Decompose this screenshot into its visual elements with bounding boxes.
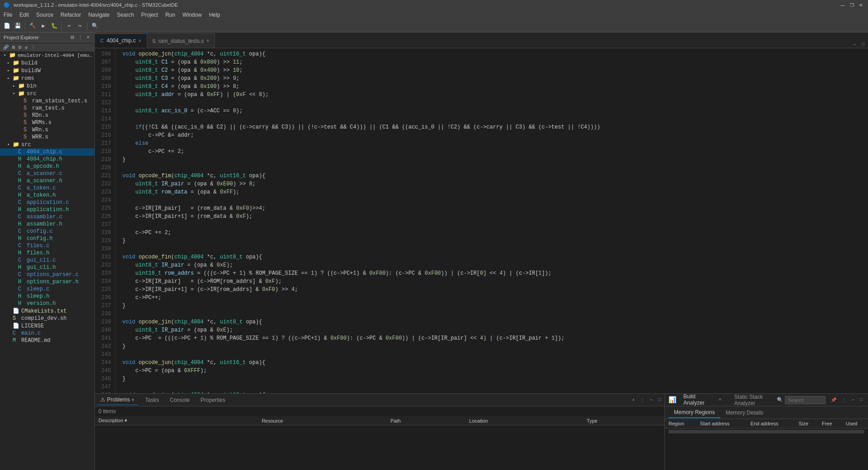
tree-license[interactable]: ▸ 📄 LICENSE xyxy=(0,322,94,330)
col-start-addr[interactable]: Start address xyxy=(696,419,747,429)
toolbar-redo-btn[interactable]: ↪ xyxy=(75,21,85,31)
menubar-item-run[interactable]: Run xyxy=(162,10,179,20)
pe-filter-btn[interactable]: ⊟ xyxy=(17,44,23,51)
tree-gui-cli-c[interactable]: ▸ C gui_cli.c xyxy=(0,257,94,264)
tree-4004chip-h[interactable]: ▸ H 4004_chip.h xyxy=(0,156,94,163)
panel-maximize-btn[interactable]: □ xyxy=(656,396,663,404)
tree-src[interactable]: ▾ 📁 src xyxy=(0,141,94,148)
code-editor[interactable]: void opcode_jcn(chip_4004 *c, uint16_t o… xyxy=(115,48,868,393)
tree-main-c[interactable]: ▸ C main.c xyxy=(0,330,94,337)
tab-action-maximize[interactable]: □ xyxy=(860,41,866,48)
tree-ram-test[interactable]: ▸ S ram_test.s xyxy=(0,105,94,112)
minimize-button[interactable]: — xyxy=(839,1,846,9)
col-free[interactable]: Free xyxy=(818,419,842,429)
toolbar-undo-btn[interactable]: ↩ xyxy=(64,21,74,31)
pe-collapse-btn[interactable]: ⊟ xyxy=(69,34,75,40)
tree-buildW[interactable]: ▸ 📁 buildW xyxy=(0,67,94,74)
menubar-item-search[interactable]: Search xyxy=(113,10,138,20)
ba-tab-memory-regions[interactable]: Memory Regions xyxy=(668,407,720,418)
tree-a-token-h[interactable]: ▸ H a_token.h xyxy=(0,192,94,199)
menubar-item-refactor[interactable]: Refactor xyxy=(57,10,84,20)
tree-readme[interactable]: ▸ M README.md xyxy=(0,337,94,344)
tree-sleep-h[interactable]: ▸ H sleep.h xyxy=(0,293,94,300)
col-location[interactable]: Location xyxy=(466,416,583,425)
tree-assambler-h[interactable]: ▸ H assambler.h xyxy=(0,221,94,228)
close-button[interactable]: ✕ xyxy=(857,1,864,9)
tree-a-scanner-h[interactable]: ▸ H a_scanner.h xyxy=(0,177,94,184)
menubar-item-source[interactable]: Source xyxy=(32,10,57,20)
pe-refresh-btn[interactable]: ↺ xyxy=(23,44,29,51)
menubar-item-help[interactable]: Help xyxy=(205,10,224,20)
tree-root[interactable]: ▾ 📁 emulator-Intel-4004 [emulator-Intel-… xyxy=(0,51,94,59)
menubar-item-navigate[interactable]: Navigate xyxy=(84,10,113,20)
col-end-addr[interactable]: End address xyxy=(747,419,795,429)
ba-close-btn[interactable]: × xyxy=(719,397,721,402)
tree-sleep-c[interactable]: ▸ C sleep.c xyxy=(0,286,94,293)
panel-action-btn-1[interactable]: ⬆ xyxy=(630,396,636,404)
tree-wrr[interactable]: ▸ S WRR.s xyxy=(0,134,94,141)
ba-maximize-btn[interactable]: □ xyxy=(858,396,864,404)
col-path[interactable]: Path xyxy=(387,416,466,425)
tree-rdn[interactable]: ▸ S RDn.s xyxy=(0,112,94,119)
menubar-item-edit[interactable]: Edit xyxy=(16,10,32,20)
menubar-item-project[interactable]: Project xyxy=(138,10,162,20)
tree-files-h[interactable]: ▸ H files.h xyxy=(0,249,94,257)
tree-a-token-c[interactable]: ▸ C a_token.c xyxy=(0,184,94,192)
ba-minimize-btn[interactable]: — xyxy=(850,396,856,404)
tree-config-h[interactable]: ▸ H config.h xyxy=(0,235,94,242)
pe-expand-btn[interactable]: ⊞ xyxy=(11,44,16,51)
toolbar-build-btn[interactable]: 🔨 xyxy=(28,21,37,31)
pe-link-btn[interactable]: 🔗 xyxy=(2,44,10,51)
tree-4004chip-c[interactable]: ▸ C 4004_chip.c xyxy=(0,148,94,156)
ba-ssa-label[interactable]: Static Stack Analyzer xyxy=(734,394,773,406)
col-region[interactable]: Region xyxy=(665,419,696,429)
pe-menu-btn[interactable]: ⋮ xyxy=(77,34,84,40)
tree-wrms[interactable]: ▸ S WRMs.s xyxy=(0,119,94,126)
menubar-item-window[interactable]: Window xyxy=(179,10,205,20)
tree-options-parser-c[interactable]: ▸ C options_parser.c xyxy=(0,271,94,278)
tree-wrn[interactable]: ▸ S WRn.s xyxy=(0,126,94,134)
pe-menu2-btn[interactable]: ⋮ xyxy=(30,44,37,51)
tab-properties[interactable]: Properties xyxy=(197,395,229,405)
col-used[interactable]: Used xyxy=(842,419,868,429)
ba-action-1[interactable]: 📌 xyxy=(829,396,838,404)
tree-ram-status[interactable]: ▸ S ram_status_test.s xyxy=(0,97,94,105)
problems-close-btn[interactable]: × xyxy=(132,397,135,402)
tree-build[interactable]: ▸ 📁 build xyxy=(0,59,94,67)
menubar-item-file[interactable]: File xyxy=(0,10,16,20)
tab-action-minimize[interactable]: — xyxy=(852,41,858,48)
ba-tab-memory-details[interactable]: Memory Details xyxy=(720,408,769,418)
tree-application-c[interactable]: ▸ C application.c xyxy=(0,199,94,206)
tree-src-roms[interactable]: ▾ 📁 src xyxy=(0,90,94,97)
tree-gui-cli-h[interactable]: ▸ H gui_cli.h xyxy=(0,264,94,271)
tree-application-h[interactable]: ▸ H application.h xyxy=(0,206,94,213)
restore-button[interactable]: ❐ xyxy=(848,1,855,9)
tree-bin[interactable]: ▸ 📁 bin xyxy=(0,82,94,90)
tree-cmakelists[interactable]: ▸ 📄 CMakeLists.txt xyxy=(0,307,94,315)
tab-close-btn[interactable]: × xyxy=(139,38,141,43)
tab-console[interactable]: Console xyxy=(166,395,193,405)
toolbar-search-btn[interactable]: 🔍 xyxy=(90,21,100,31)
toolbar-save-btn[interactable]: 💾 xyxy=(13,21,23,31)
tab-4004chip-c[interactable]: C 4004_chip.c × xyxy=(95,33,147,48)
tree-options-parser-h[interactable]: ▸ H options_parser.h xyxy=(0,278,94,286)
tab-ram-status[interactable]: S ram_status_tests.s × xyxy=(147,33,215,48)
tree-config-c[interactable]: ▸ C config.c xyxy=(0,228,94,235)
panel-action-btn-2[interactable]: ⋮ xyxy=(638,396,646,404)
ba-action-2[interactable]: ⋮ xyxy=(840,396,848,404)
tree-version-h[interactable]: ▸ H version.h xyxy=(0,300,94,307)
toolbar-new-btn[interactable]: 📄 xyxy=(2,21,12,31)
pe-close-btn[interactable]: × xyxy=(85,34,91,40)
tree-roms[interactable]: ▸ 📁 roms xyxy=(0,74,94,82)
toolbar-run-btn[interactable]: ▶ xyxy=(38,21,48,31)
tab-problems[interactable]: ⚠ Problems × xyxy=(97,395,138,405)
col-size[interactable]: Size xyxy=(795,419,818,429)
col-type[interactable]: Type xyxy=(583,416,664,425)
tab-tasks[interactable]: Tasks xyxy=(142,395,163,405)
toolbar-debug-btn[interactable]: 🐛 xyxy=(49,21,59,31)
panel-minimize-btn[interactable]: — xyxy=(648,396,654,404)
ba-title-tab[interactable]: Build Analyzer xyxy=(680,392,713,408)
tree-files-c[interactable]: ▸ C files.c xyxy=(0,242,94,249)
tree-assambler-c[interactable]: ▸ C assambler.c xyxy=(0,213,94,221)
tab-close-btn[interactable]: × xyxy=(207,38,209,43)
